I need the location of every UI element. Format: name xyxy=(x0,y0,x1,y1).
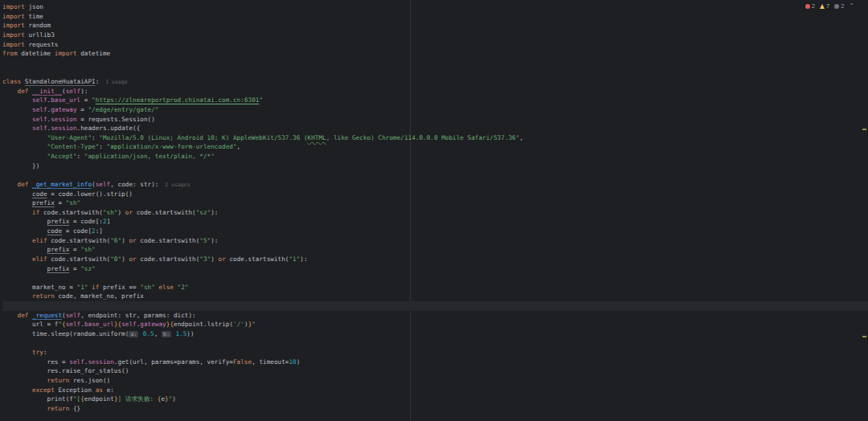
code-line: res = self.session.get(url, params=param… xyxy=(2,358,868,367)
code-token: code.startswith( xyxy=(226,255,289,263)
code-token xyxy=(2,377,47,384)
code-token: ) xyxy=(121,237,129,244)
code-token: or xyxy=(129,255,136,263)
code-line: market_no = "1" if prefix == "sh" else "… xyxy=(2,283,868,292)
code-line: import urllib3 xyxy=(2,31,868,40)
code-token: import xyxy=(2,31,25,39)
errors-indicator[interactable]: 2 xyxy=(805,2,815,10)
error-stripe[interactable] xyxy=(860,0,868,421)
code-token: = xyxy=(77,106,88,113)
code-token: False xyxy=(233,358,252,366)
code-line: import json xyxy=(2,2,868,12)
code-token: ) xyxy=(172,395,176,403)
code-token: self xyxy=(69,358,84,366)
code-line: elif code.startswith("6") or code.starts… xyxy=(2,236,868,246)
error-stripe-mark[interactable] xyxy=(862,336,866,337)
code-token xyxy=(2,265,47,272)
code-token xyxy=(2,143,47,150)
code-token: session xyxy=(51,116,76,123)
error-stripe-mark[interactable] xyxy=(862,129,866,130)
code-token: : xyxy=(99,143,106,150)
code-token: .get(url, params=params, verify= xyxy=(114,358,233,366)
code-token: , timeout= xyxy=(252,358,289,366)
code-token: self xyxy=(66,321,81,328)
code-token xyxy=(2,209,32,216)
code-token: "sh" xyxy=(140,284,155,291)
code-token: endpoint xyxy=(84,395,114,403)
code-token: https://zlneareportprod.chinatai.com.cn:… xyxy=(96,96,260,104)
code-token xyxy=(2,386,32,394)
code-token: session xyxy=(88,358,113,366)
code-token: return xyxy=(32,292,55,300)
code-line xyxy=(2,339,868,349)
code-token: res.raise_for_status() xyxy=(2,367,129,374)
code-token: 2 usages xyxy=(158,182,190,188)
code-token: : xyxy=(43,349,47,356)
code-line xyxy=(2,301,868,311)
typos-indicator[interactable]: 2 xyxy=(834,2,844,10)
code-token: base_url xyxy=(84,321,114,328)
code-token: self xyxy=(32,116,47,123)
code-token: except xyxy=(32,386,58,394)
code-token: market_no = xyxy=(2,284,77,291)
code-token: code.startswith( xyxy=(137,237,200,244)
code-line: self.session.headers.update({ xyxy=(2,124,868,133)
code-token: endpoint.lstrip( xyxy=(174,321,233,328)
code-token: 0.5 xyxy=(143,330,154,337)
code-line: prefix = "sh" xyxy=(2,245,868,255)
code-line: code = code.lower().strip() xyxy=(2,190,868,199)
code-line xyxy=(2,67,868,77)
code-token: b: xyxy=(162,331,171,337)
code-token: = xyxy=(55,199,66,206)
code-token: _get_market_info xyxy=(32,181,92,188)
error-icon xyxy=(805,4,810,9)
code-token: def xyxy=(18,312,33,319)
code-token xyxy=(2,218,47,225)
code-line: return {} xyxy=(2,404,868,414)
code-token: prefix xyxy=(47,218,70,225)
code-token: "sz" xyxy=(196,209,211,216)
code-token: "/edge/entry/gate/" xyxy=(88,106,158,113)
inspections-widget[interactable]: 2 7 2 ⌃ xyxy=(803,2,857,10)
code-token: res = xyxy=(2,358,69,366)
code-token: urllib3 xyxy=(25,31,55,39)
code-token xyxy=(2,292,32,300)
code-token: "[ xyxy=(73,395,80,403)
code-token: or xyxy=(129,237,136,244)
code-token xyxy=(2,227,47,235)
code-editor[interactable]: import jsonimport timeimport randomimpor… xyxy=(0,0,868,421)
code-token: {} xyxy=(69,405,80,412)
code-token: gateway xyxy=(140,321,166,328)
code-token: = code[: xyxy=(69,218,103,225)
code-token: import xyxy=(2,41,25,48)
code-token: self xyxy=(32,106,47,113)
code-token: __init__ xyxy=(32,88,62,95)
collapse-widget-button[interactable]: ⌃ xyxy=(849,4,854,9)
code-area[interactable]: import jsonimport timeimport randomimpor… xyxy=(0,0,868,414)
code-token: ) xyxy=(118,209,125,216)
code-token: else xyxy=(155,284,178,291)
chevron-up-icon: ⌃ xyxy=(849,4,854,9)
code-line: import random xyxy=(2,21,868,31)
code-token: = xyxy=(69,265,80,272)
code-token: return xyxy=(47,405,70,412)
code-token xyxy=(2,246,47,253)
warnings-indicator[interactable]: 7 xyxy=(820,2,829,10)
code-token: ): xyxy=(300,255,307,263)
code-token: elif xyxy=(32,255,47,263)
code-token: "application/json, text/plain, */*" xyxy=(84,153,215,160)
code-line: res.raise_for_status() xyxy=(2,366,868,376)
code-token: = requests.Session() xyxy=(77,116,155,123)
code-token xyxy=(2,199,32,206)
code-token: class xyxy=(2,78,25,85)
code-token: KHTML xyxy=(308,134,326,141)
code-token: ): xyxy=(211,209,218,216)
code-token: code.startswith( xyxy=(133,209,196,216)
code-token: prefix xyxy=(47,246,70,253)
code-token: ] xyxy=(107,218,111,225)
code-token: .headers.update({ xyxy=(77,125,141,132)
code-token: import xyxy=(2,3,25,10)
code-line: self.session = requests.Session() xyxy=(2,115,868,125)
code-token: from xyxy=(2,50,18,57)
code-line: url = f"{self.base_url}{self.gateway}{en… xyxy=(2,320,868,329)
